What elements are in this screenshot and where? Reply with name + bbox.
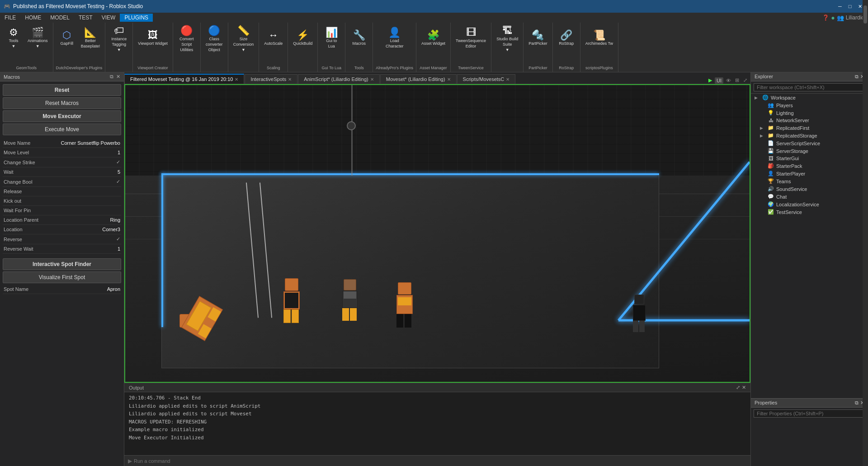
tree-starter-player[interactable]: 👤 StarterPlayer [751, 170, 868, 177]
ribbon-archimedes-button[interactable]: 📜 Archimedes Tw [583, 24, 615, 52]
tab-animscript[interactable]: AnimScript* (Liliardio Editing) ✕ [298, 74, 379, 84]
ribbon-macros-button[interactable]: 🔧 Macros [348, 24, 370, 52]
account-icon[interactable]: ● [831, 14, 835, 21]
properties-undock-icon[interactable]: ⧉ [855, 400, 859, 406]
tab-moveset-close[interactable]: ✕ [447, 77, 451, 82]
reset-button[interactable]: Reset [3, 84, 121, 96]
workspace-expand-icon[interactable]: ▶ [755, 95, 760, 100]
tab-interactive-spots-close[interactable]: ✕ [288, 77, 292, 82]
tab-scripts[interactable]: Scripts/MovesetsC ✕ [457, 74, 516, 84]
ribbon-animations-button[interactable]: 🎬 Animations ▼ [25, 24, 50, 52]
output-scrollbar[interactable] [863, 0, 868, 466]
reset-macros-button[interactable]: Reset Macros [3, 97, 121, 109]
ribbon-asset-widget-button[interactable]: 🧩 Asset Widget [419, 24, 448, 52]
tab-interactive-spots[interactable]: InteractiveSpots ✕ [245, 74, 297, 84]
ribbon-better-baseplate-button[interactable]: 📐 Better Baseplate! [79, 24, 103, 52]
play-icon[interactable]: ▶ [707, 77, 713, 84]
tree-lighting[interactable]: 💡 Lighting [751, 109, 868, 117]
output-controls[interactable]: ⤢ ✕ [736, 385, 746, 390]
menu-model[interactable]: MODEL [46, 14, 74, 22]
command-input[interactable] [134, 458, 747, 464]
sound-label: SoundService [776, 186, 807, 192]
location-val: Corner3 [102, 227, 120, 232]
ribbon-rostrap-button[interactable]: 🔗 RoStrap [556, 24, 577, 52]
tree-replicated-first[interactable]: ▶ 📁 ReplicatedFirst [751, 124, 868, 132]
tree-server-storage[interactable]: 💾 ServerStorage [751, 147, 868, 155]
macros-undock-button[interactable]: ⧉ [110, 74, 113, 80]
ribbon-tools-button[interactable]: ⚙ Tools ▼ [3, 24, 24, 52]
tab-filtered-moveset[interactable]: Filtered Moveset Testing @ 16 Jan 2019 2… [124, 74, 244, 84]
tab-animscript-close[interactable]: ✕ [370, 77, 374, 82]
tools-label: Tools [354, 65, 364, 70]
replicated-storage-expand-icon[interactable]: ▶ [760, 133, 765, 138]
ribbon-class-converter-button[interactable]: 🔵 Class converter Object [203, 24, 225, 53]
ribbon-load-character-button[interactable]: 👤 Load Character [383, 24, 406, 52]
eye-icon[interactable]: 👁 [725, 77, 732, 84]
tab-filtered-moveset-close[interactable]: ✕ [235, 77, 238, 82]
explorer-undock-icon[interactable]: ⧉ [855, 74, 859, 80]
macros-controls[interactable]: ⧉ ✕ [110, 74, 120, 80]
macros-close-button[interactable]: ✕ [116, 74, 120, 80]
ribbon-size-conversion-button[interactable]: 📏 Size Conversion ▼ [231, 24, 256, 53]
output-content: 20:10:45.706 - Stack EndLiliardio applie… [124, 392, 750, 442]
properties-search-input[interactable] [754, 409, 865, 418]
username: Liliardio [846, 14, 864, 21]
move-executor-button[interactable]: Move Executor [3, 110, 121, 122]
tree-replicated-storage[interactable]: ▶ 📁 ReplicatedStorage [751, 132, 868, 139]
ribbon-viewport-widget-button[interactable]: 🖼 Viewport Widget [136, 24, 170, 52]
move-name-key: Move Name [4, 140, 61, 146]
viewport[interactable] [124, 84, 750, 383]
tree-teams[interactable]: 🏆 Teams [751, 177, 868, 185]
tree-network-server[interactable]: 🖧 NetworkServer [751, 117, 868, 124]
titlebar-controls[interactable]: ─ □ ✕ [835, 2, 864, 11]
layout-icon[interactable]: ⊞ [734, 77, 741, 84]
output-scrollbar-thumb[interactable] [863, 5, 867, 24]
blue-line-left [161, 173, 163, 327]
ui-toggle[interactable]: UI [715, 77, 723, 84]
ribbon-partpicker-button[interactable]: 🔩 PartPicker [526, 24, 550, 52]
execute-move-button[interactable]: Execute Move [3, 124, 121, 135]
ribbon-instance-tagging-button[interactable]: 🏷 Instance Tagging ▼ [108, 24, 130, 53]
tab-moveset[interactable]: Moveset* (Liliardio Editing) ✕ [380, 74, 457, 84]
tab-filtered-moveset-label: Filtered Moveset Testing @ 16 Jan 2019 2… [130, 76, 233, 82]
help-icon[interactable]: ❓ [822, 14, 829, 21]
maximize-button[interactable]: □ [845, 2, 854, 11]
output-panel: Output ⤢ ✕ 20:10:45.706 - Stack EndLilia… [124, 383, 750, 455]
tree-sound-service[interactable]: 🔊 SoundService [751, 185, 868, 193]
properties-filter[interactable] [751, 408, 868, 419]
menu-plugins[interactable]: PLUGINS [120, 14, 153, 22]
explorer-filter[interactable] [751, 81, 868, 94]
tree-starter-pack[interactable]: 🎒 StarterPack [751, 162, 868, 170]
menu-file[interactable]: FILE [0, 14, 20, 22]
ribbon-quickbuild-button[interactable]: ⚡ QuickBuild [291, 24, 315, 52]
menu-test[interactable]: TEST [74, 14, 97, 22]
ribbon-gapfill-button[interactable]: ⬡ GapFill [56, 24, 78, 52]
explorer-search-input[interactable] [754, 83, 865, 91]
tree-workspace[interactable]: ▶ 🌐 Workspace [751, 94, 868, 101]
interactive-spot-finder-button[interactable]: Interactive Spot Finder [3, 258, 121, 270]
menu-home[interactable]: HOME [20, 14, 46, 22]
ribbon-tween-sequence-button[interactable]: 🎞 TweenSequence Editor [453, 24, 488, 52]
command-bar[interactable]: ▶ [124, 455, 750, 466]
change-strike-key: Change Strike [4, 160, 116, 165]
ribbon-autoscale-button[interactable]: ↔ AutoScale [262, 24, 285, 52]
collab-icon[interactable]: 👥 [837, 14, 844, 21]
tree-server-script-service[interactable]: 📄 ServerScriptService [751, 139, 868, 147]
tree-test-service[interactable]: ✅ TestService [751, 208, 868, 216]
tree-starter-gui[interactable]: 🖼 StarterGui [751, 155, 868, 162]
ribbon-convert-script-button[interactable]: 🔴 Convert Script Utilities [176, 24, 198, 53]
ribbon-studio-build-button[interactable]: 🏗 Studio Build Suite ▼ [494, 24, 520, 53]
menu-view[interactable]: VIEW [97, 14, 120, 22]
tree-chat[interactable]: 💬 Chat [751, 193, 868, 200]
ribbon-gui-to-lua-button[interactable]: 📊 Gui to Lua [321, 24, 342, 52]
tab-scripts-close[interactable]: ✕ [506, 77, 509, 82]
output-expand-icon[interactable]: ⤢ [736, 385, 740, 390]
scene [125, 85, 750, 382]
minimize-button[interactable]: ─ [835, 2, 844, 11]
replicated-first-expand-icon[interactable]: ▶ [760, 126, 765, 130]
tree-localization[interactable]: 🌍 LocalizationService [751, 200, 868, 208]
expand-icon[interactable]: ⤢ [742, 77, 749, 84]
visualize-first-spot-button[interactable]: Visualize First Spot [3, 271, 121, 283]
tree-players[interactable]: 👥 Players [751, 101, 868, 109]
output-close-icon[interactable]: ✕ [742, 385, 746, 390]
